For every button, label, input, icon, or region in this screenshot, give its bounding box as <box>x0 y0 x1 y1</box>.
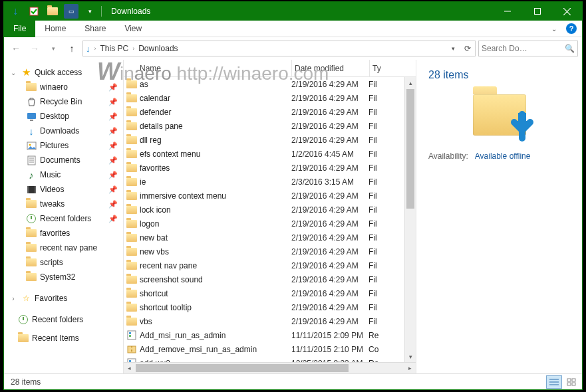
column-date[interactable]: Date modified <box>292 64 369 73</box>
chevron-down-icon[interactable]: ⌄ <box>9 69 17 76</box>
address-bar[interactable]: ↓ › This PC › Downloads ▾ ⟳ <box>82 41 476 56</box>
file-icon <box>124 330 140 340</box>
tab-view[interactable]: View <box>115 21 151 37</box>
table-row[interactable]: efs context menu1/2/2016 4:45 AMFil <box>124 147 416 161</box>
column-type[interactable]: Ty <box>370 64 388 73</box>
nav-item-label: Desktop <box>40 112 69 121</box>
file-date: 2/19/2016 4:29 AM <box>291 219 368 229</box>
file-name: defender <box>140 108 291 117</box>
column-name[interactable]: Name <box>124 64 291 73</box>
table-row[interactable]: shortcut2/19/2016 4:29 AMFil <box>124 286 416 300</box>
back-button[interactable]: ← <box>8 41 24 56</box>
nav-favorites[interactable]: › ☆ Favorites <box>4 291 123 306</box>
qat-customize-icon[interactable]: ▾ <box>82 4 97 19</box>
history-dropdown[interactable]: ▾ <box>45 41 61 56</box>
breadcrumb-seg-0[interactable]: This PC <box>98 41 132 56</box>
table-row[interactable]: favorites2/19/2016 4:29 AMFil <box>124 161 416 175</box>
sidebar-item[interactable]: ♪Music📌 <box>4 167 123 182</box>
pin-icon: 📌 <box>108 171 118 179</box>
table-row[interactable]: screenshot sound2/19/2016 4:29 AMFil <box>124 272 416 286</box>
file-type: Fil <box>368 191 387 201</box>
nav-recent-folders[interactable]: Recent folders <box>4 312 123 327</box>
refresh-icon[interactable]: ⟳ <box>460 44 475 53</box>
table-row[interactable]: lock icon2/19/2016 4:29 AMFil <box>124 203 416 217</box>
navigation-pane[interactable]: ⌄ ★ Quick access winaero📌Recycle Bin📌Des… <box>4 60 124 373</box>
sidebar-item[interactable]: winaero📌 <box>4 80 123 94</box>
table-row[interactable]: immersive context menu2/19/2016 4:29 AMF… <box>124 189 416 203</box>
sidebar-item[interactable]: favorites <box>4 226 123 241</box>
file-name: as <box>140 80 291 89</box>
titlebar[interactable]: ↓ ▭ ▾ Downloads <box>4 2 582 21</box>
tab-share[interactable]: Share <box>75 21 115 37</box>
recent-icon <box>17 314 29 326</box>
sidebar-item[interactable]: recent nav pane <box>4 241 123 255</box>
horizontal-scrollbar[interactable]: ◂ ▸ <box>124 362 416 373</box>
file-date: 2/3/2016 3:15 AM <box>291 177 368 187</box>
qat-tool-icon[interactable]: ▭ <box>64 4 78 19</box>
vertical-scrollbar[interactable]: ▴ ▾ <box>404 77 416 362</box>
folder-downloads-icon: ↓ <box>8 4 23 19</box>
nav-quick-access[interactable]: ⌄ ★ Quick access <box>4 65 123 80</box>
search-icon[interactable]: 🔍 <box>565 44 575 53</box>
table-row[interactable]: details pane2/19/2016 4:29 AMFil <box>124 119 416 133</box>
search-input[interactable]: Search Do… 🔍 <box>478 41 578 56</box>
address-dropdown-icon[interactable]: ▾ <box>446 44 460 53</box>
sidebar-item[interactable]: ↓Downloads📌 <box>4 124 123 138</box>
file-name: shortcut tooltip <box>140 303 291 312</box>
svg-rect-18 <box>129 335 131 337</box>
close-button[interactable] <box>552 2 582 21</box>
sidebar-item[interactable]: System32 <box>4 270 123 284</box>
up-button[interactable]: ↑ <box>64 41 80 56</box>
scroll-down-icon[interactable]: ▾ <box>405 351 416 362</box>
table-row[interactable]: recent nav pane2/19/2016 4:29 AMFil <box>124 258 416 272</box>
table-row[interactable]: dll reg2/19/2016 4:29 AMFil <box>124 133 416 147</box>
sidebar-item[interactable]: Videos📌 <box>4 182 123 197</box>
chevron-right-icon[interactable]: › <box>9 295 17 302</box>
qat-properties-icon[interactable] <box>27 4 41 19</box>
table-row[interactable]: add-wu212/25/2015 8:33 AMRe <box>124 356 416 362</box>
table-row[interactable]: logon2/19/2016 4:29 AMFil <box>124 217 416 231</box>
expand-ribbon-icon[interactable]: ⌄ <box>549 23 559 34</box>
scrollbar-thumb[interactable] <box>406 89 414 209</box>
view-large-button[interactable] <box>563 375 579 389</box>
chevron-right-icon[interactable]: › <box>93 45 98 52</box>
tab-file[interactable]: File <box>4 21 35 37</box>
maximize-button[interactable] <box>522 2 552 21</box>
table-row[interactable]: vbs2/19/2016 4:29 AMFil <box>124 314 416 328</box>
table-row[interactable]: calendar2/19/2016 4:29 AMFil <box>124 91 416 105</box>
scroll-right-icon[interactable]: ▸ <box>404 363 416 374</box>
sidebar-item[interactable]: Recent folders📌 <box>4 211 123 226</box>
table-row[interactable]: ie2/3/2016 3:15 AMFil <box>124 175 416 189</box>
table-row[interactable]: Add_msi_run_as_admin11/11/2015 2:09 PMRe <box>124 328 416 342</box>
file-type: Fil <box>368 233 387 243</box>
help-icon[interactable]: ? <box>566 23 577 34</box>
table-row[interactable]: as2/19/2016 4:29 AMFil <box>124 77 416 91</box>
view-details-button[interactable] <box>546 375 562 389</box>
sidebar-item[interactable]: scripts <box>4 255 123 270</box>
file-list[interactable]: as2/19/2016 4:29 AMFilcalendar2/19/2016 … <box>124 77 416 362</box>
svg-rect-15 <box>35 186 36 193</box>
sidebar-item[interactable]: Desktop📌 <box>4 109 123 124</box>
file-type: Fil <box>368 289 387 298</box>
file-type: Fil <box>368 80 387 89</box>
table-row[interactable]: shortcut tooltip2/19/2016 4:29 AMFil <box>124 300 416 314</box>
sidebar-item[interactable]: tweaks📌 <box>4 197 123 211</box>
nav-recent-items[interactable]: Recent Items <box>4 331 123 345</box>
tab-home[interactable]: Home <box>35 21 75 37</box>
qat-newfolder-icon[interactable] <box>45 4 60 19</box>
scrollbar-thumb[interactable] <box>136 364 349 372</box>
scroll-left-icon[interactable]: ◂ <box>124 363 135 374</box>
breadcrumb-seg-1[interactable]: Downloads <box>136 41 180 56</box>
chevron-right-icon[interactable]: › <box>131 45 136 52</box>
file-name: calendar <box>140 94 291 103</box>
table-row[interactable]: new bat2/19/2016 4:29 AMFil <box>124 231 416 245</box>
sidebar-item[interactable]: Pictures📌 <box>4 138 123 153</box>
sidebar-item[interactable]: Recycle Bin📌 <box>4 94 123 109</box>
table-row[interactable]: new vbs2/19/2016 4:29 AMFil <box>124 245 416 258</box>
minimize-button[interactable] <box>492 2 522 21</box>
table-row[interactable]: defender2/19/2016 4:29 AMFil <box>124 105 416 119</box>
sidebar-item[interactable]: Documents📌 <box>4 153 123 167</box>
table-row[interactable]: Add_remove_msi_run_as_admin11/11/2015 2:… <box>124 342 416 356</box>
scroll-up-icon[interactable]: ▴ <box>405 77 416 88</box>
column-headers[interactable]: Name Date modified Ty <box>124 60 416 77</box>
